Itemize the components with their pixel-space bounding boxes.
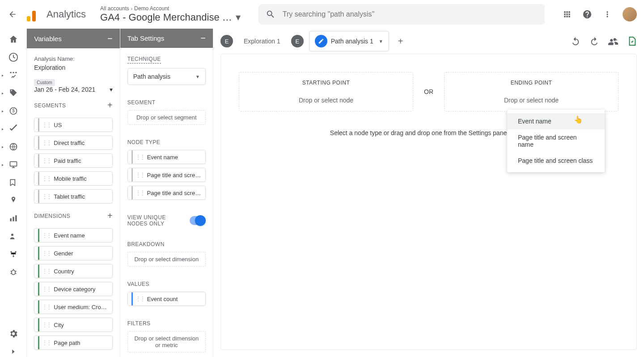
dimension-chip[interactable]: ⋮⋮Device category bbox=[34, 282, 112, 296]
nav-realtime-icon[interactable] bbox=[8, 52, 19, 63]
variables-title: Variables bbox=[34, 35, 61, 42]
nav-monetization-icon[interactable]: $ bbox=[8, 106, 19, 116]
popup-item-page-title-screen-name[interactable]: Page title and screen name bbox=[507, 129, 605, 153]
segment-chip[interactable]: ⋮⋮Tablet traffic bbox=[34, 189, 112, 204]
undo-button[interactable] bbox=[571, 36, 580, 46]
back-button[interactable] bbox=[7, 9, 18, 20]
arrow-back-icon bbox=[8, 10, 17, 19]
analytics-logo-icon bbox=[27, 7, 41, 21]
starting-point-box[interactable]: STARTING POINT Drop or select node bbox=[239, 72, 413, 111]
dimensions-header: DIMENSIONS + bbox=[34, 211, 112, 221]
dropdown-icon[interactable]: ▼ bbox=[379, 39, 383, 44]
analysis-name-field: Analysis Name: Exploration bbox=[34, 55, 112, 71]
analysis-name-value[interactable]: Exploration bbox=[34, 64, 112, 71]
add-tab-button[interactable]: + bbox=[394, 35, 407, 47]
search-icon bbox=[266, 9, 275, 19]
segments-title: SEGMENTS bbox=[34, 102, 66, 109]
node-type-chip[interactable]: ⋮⋮Page title and scree… bbox=[127, 186, 206, 200]
nav-admin-icon[interactable] bbox=[8, 328, 19, 339]
export-button[interactable] bbox=[627, 36, 637, 46]
segment-chip[interactable]: ⋮⋮Mobile traffic bbox=[34, 171, 112, 186]
share-button[interactable] bbox=[608, 36, 618, 46]
variables-body: Analysis Name: Exploration Custom Jan 26… bbox=[27, 48, 119, 357]
nav-expand-icon[interactable] bbox=[8, 346, 19, 357]
popup-item-event-name[interactable]: Event name bbox=[507, 113, 605, 129]
tab-exploration[interactable]: Exploration 1 bbox=[238, 34, 286, 48]
segment-chip[interactable]: ⋮⋮Paid traffic bbox=[34, 153, 112, 168]
date-range-field[interactable]: Custom Jan 26 - Feb 24, 2021 ▾ bbox=[34, 78, 112, 93]
nav-lifecycle-icon[interactable] bbox=[8, 70, 19, 81]
account-selector[interactable]: GA4 - Google Merchandise … ▾ bbox=[100, 12, 241, 23]
nav-engagement-icon[interactable] bbox=[8, 123, 19, 134]
canvas-content: STARTING POINT Drop or select node OR EN… bbox=[220, 54, 637, 350]
add-dimension-button[interactable]: + bbox=[107, 211, 113, 221]
nav-retention-icon[interactable] bbox=[8, 195, 19, 206]
nav-demographics-icon[interactable] bbox=[8, 141, 19, 152]
filters-section: FILTERS Drop or select dimension or metr… bbox=[127, 320, 206, 353]
nav-events-icon[interactable] bbox=[8, 177, 19, 188]
technique-label: TECHNIQUE bbox=[127, 56, 161, 64]
starting-point-drop: Drop or select node bbox=[246, 97, 406, 104]
add-segment-button[interactable]: + bbox=[107, 100, 113, 110]
value-chip[interactable]: ⋮⋮Event count bbox=[127, 292, 206, 306]
avatar[interactable] bbox=[623, 7, 637, 21]
account-name: GA4 - Google Merchandise … bbox=[100, 12, 232, 23]
dimension-chip[interactable]: ⋮⋮Gender bbox=[34, 246, 112, 260]
filters-dropzone[interactable]: Drop or select dimension or metric bbox=[127, 331, 206, 353]
node-type-chip[interactable]: ⋮⋮Event name bbox=[127, 150, 206, 164]
tab-settings-title: Tab Settings bbox=[127, 34, 165, 42]
search-input[interactable] bbox=[283, 10, 538, 18]
dimension-chip[interactable]: ⋮⋮Country bbox=[34, 264, 112, 278]
filters-label: FILTERS bbox=[127, 320, 206, 327]
help-icon[interactable] bbox=[582, 9, 592, 19]
variables-header: Variables − bbox=[27, 29, 119, 48]
segment-dropzone[interactable]: Drop or select segment bbox=[127, 110, 206, 125]
popup-item-page-title-screen-class[interactable]: Page title and screen class bbox=[507, 153, 605, 169]
nav-audiences-icon[interactable] bbox=[8, 231, 19, 242]
dimension-chip[interactable]: ⋮⋮City bbox=[34, 318, 112, 332]
breadcrumb-account: Demo Account bbox=[134, 5, 169, 12]
collapse-tab-settings-button[interactable]: − bbox=[200, 33, 206, 43]
nav-tags-icon[interactable] bbox=[8, 88, 19, 98]
tab-settings-panel: Tab Settings − TECHNIQUE Path analysis ▼… bbox=[120, 29, 213, 357]
dimensions-list: ⋮⋮Event name ⋮⋮Gender ⋮⋮Country ⋮⋮Device… bbox=[34, 228, 112, 350]
technique-select[interactable]: Path analysis ▼ bbox=[127, 68, 206, 85]
search-box[interactable] bbox=[258, 4, 545, 25]
breakdown-dropzone[interactable]: Drop or select dimension bbox=[127, 252, 206, 267]
tab-path-analysis[interactable]: Path analysis 1 ▼ bbox=[309, 31, 389, 51]
node-type-popup: Event name Page title and screen name Pa… bbox=[507, 110, 605, 172]
topbar-right bbox=[563, 7, 637, 21]
topbar: Analytics All accounts › Demo Account GA… bbox=[0, 0, 644, 29]
nav-debug-icon[interactable] bbox=[8, 267, 19, 277]
point-row: STARTING POINT Drop or select node OR EN… bbox=[239, 72, 619, 111]
tab-icon[interactable]: E bbox=[291, 35, 304, 47]
nav-user-explorer-icon[interactable] bbox=[8, 249, 19, 259]
svg-point-1 bbox=[13, 72, 14, 73]
apps-icon[interactable] bbox=[563, 10, 572, 19]
tab-icon[interactable]: E bbox=[220, 35, 233, 47]
node-type-section: NODE TYPE ⋮⋮Event name ⋮⋮Page title and … bbox=[127, 139, 206, 200]
svg-rect-8 bbox=[13, 217, 14, 221]
unique-nodes-toggle[interactable] bbox=[190, 216, 206, 225]
nav-home-icon[interactable] bbox=[8, 34, 19, 45]
values-section: VALUES ⋮⋮Event count bbox=[127, 281, 206, 306]
dimension-chip[interactable]: ⋮⋮Event name bbox=[34, 228, 112, 242]
redo-button[interactable] bbox=[589, 36, 599, 46]
unique-nodes-label: VIEW UNIQUE NODES ONLY bbox=[127, 214, 181, 227]
dropdown-icon: ▼ bbox=[195, 74, 200, 79]
nav-explore-icon[interactable] bbox=[8, 213, 19, 224]
svg-rect-9 bbox=[15, 215, 17, 221]
account-selector-area[interactable]: All accounts › Demo Account GA4 - Google… bbox=[100, 5, 241, 23]
more-vert-icon[interactable] bbox=[603, 10, 612, 19]
ending-point-box[interactable]: ENDING POINT Drop or select node bbox=[444, 72, 619, 111]
starting-point-title: STARTING POINT bbox=[246, 80, 406, 86]
node-type-chip[interactable]: ⋮⋮Page title and scree… bbox=[127, 168, 206, 182]
nav-tech-icon[interactable] bbox=[8, 159, 19, 170]
collapse-variables-button[interactable]: − bbox=[107, 34, 113, 44]
dimension-chip[interactable]: ⋮⋮Page path bbox=[34, 336, 112, 350]
app-name: Analytics bbox=[47, 8, 86, 20]
segment-chip[interactable]: ⋮⋮Direct traffic bbox=[34, 136, 112, 150]
dimension-chip[interactable]: ⋮⋮User medium: Cros… bbox=[34, 300, 112, 314]
segment-chip[interactable]: ⋮⋮US bbox=[34, 118, 112, 132]
dropdown-icon: ▾ bbox=[110, 86, 113, 93]
